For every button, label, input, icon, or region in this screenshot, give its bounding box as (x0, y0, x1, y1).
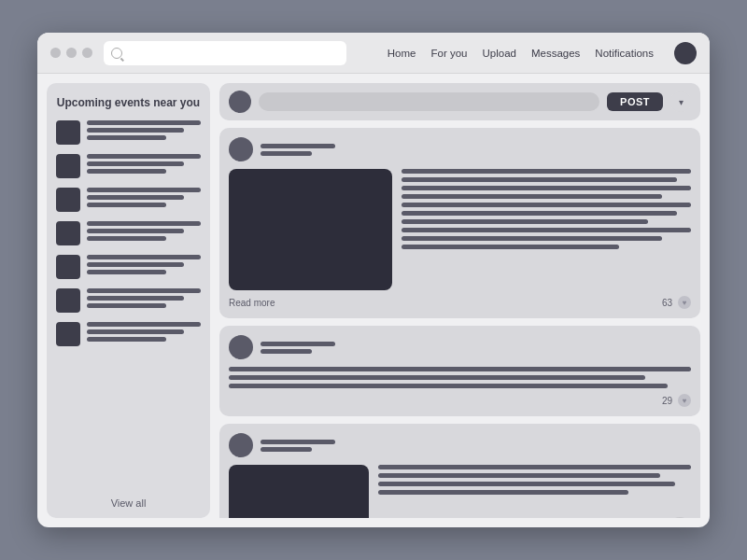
event-line (87, 322, 201, 327)
nav-links: Home For you Upload Messages Notificatio… (388, 42, 697, 64)
card-body (229, 465, 691, 518)
card-body (229, 169, 691, 290)
top-bar: Home For you Upload Messages Notificatio… (37, 33, 710, 74)
event-thumb (56, 120, 80, 145)
event-line (87, 154, 201, 159)
text-line (402, 211, 677, 216)
card-header-line (261, 349, 312, 354)
list-item[interactable] (56, 154, 201, 178)
list-item[interactable] (56, 120, 201, 145)
search-icon (111, 48, 122, 59)
event-line (87, 229, 184, 233)
post-input-bar: POST ▾ (219, 83, 700, 120)
card-header (229, 335, 691, 359)
list-item[interactable] (56, 288, 201, 313)
list-item[interactable] (56, 188, 201, 212)
feed-card-3 (219, 424, 700, 518)
list-item[interactable] (56, 221, 201, 245)
event-line (87, 296, 184, 301)
heart-icon[interactable]: ♥ (678, 394, 691, 407)
text-line (402, 194, 662, 199)
text-line (229, 367, 691, 371)
event-thumb (56, 288, 80, 313)
event-line (87, 236, 166, 241)
card-image (229, 169, 392, 290)
card-footer: 29 ♥ (229, 394, 691, 407)
card-header-lines (261, 144, 335, 156)
event-line (87, 270, 166, 274)
event-lines (87, 120, 201, 140)
text-line (402, 169, 691, 174)
card-header-line (261, 144, 335, 148)
feed-card-2: 29 ♥ (219, 326, 700, 416)
event-line (87, 120, 201, 125)
event-lines (87, 221, 201, 241)
card-footer: Read more 63 ♥ (229, 296, 691, 309)
nav-notifications[interactable]: Notifications (595, 48, 654, 59)
list-item[interactable] (56, 255, 201, 279)
event-thumb (56, 154, 80, 178)
nav-upload[interactable]: Upload (482, 48, 515, 59)
feed-card-1: Read more 63 ♥ (219, 128, 700, 318)
event-thumb (56, 221, 80, 245)
card-header-line (261, 151, 312, 156)
event-line (87, 221, 201, 226)
text-line (402, 245, 619, 249)
text-line (402, 219, 648, 224)
event-thumb (56, 188, 80, 212)
like-count: 63 (662, 298, 672, 308)
event-line (87, 329, 184, 334)
event-line (87, 337, 166, 342)
read-more-link[interactable]: Read more (229, 298, 275, 308)
text-line (402, 236, 662, 241)
window-controls (50, 48, 92, 58)
text-line (402, 228, 691, 232)
text-line (402, 177, 677, 182)
nav-messages[interactable]: Messages (531, 48, 580, 59)
event-line (87, 161, 184, 166)
event-line (87, 262, 184, 267)
post-input-field[interactable] (259, 92, 599, 111)
list-item[interactable] (56, 322, 201, 346)
event-line (87, 288, 201, 293)
card-avatar (229, 433, 253, 457)
event-lines (87, 288, 201, 308)
event-lines (87, 154, 201, 174)
card-text-block (378, 465, 691, 518)
event-lines (87, 255, 201, 274)
text-line (402, 186, 691, 190)
chevron-down-icon[interactable]: ▾ (670, 91, 691, 112)
sidebar-title: Upcoming events near you (56, 96, 201, 109)
text-line (402, 203, 691, 207)
nav-for-you[interactable]: For you (430, 48, 467, 59)
event-line (87, 169, 166, 174)
main-content: Upcoming events near you (37, 74, 710, 527)
user-avatar-sm (229, 91, 251, 113)
card-header-line (261, 447, 312, 452)
nav-home[interactable]: Home (388, 48, 416, 59)
text-line (229, 384, 668, 388)
text-line (378, 490, 628, 495)
text-line (378, 482, 675, 486)
browser-window: Home For you Upload Messages Notificatio… (37, 33, 710, 527)
feed: POST ▾ (219, 83, 700, 518)
card-header-line (261, 440, 335, 444)
post-button[interactable]: POST (607, 92, 663, 111)
card-avatar (229, 137, 253, 161)
dot-minimize[interactable] (66, 48, 77, 58)
event-line (87, 135, 166, 140)
card-header (229, 137, 691, 161)
dot-close[interactable] (50, 48, 61, 58)
like-count: 29 (662, 396, 672, 406)
dot-maximize[interactable] (82, 48, 92, 58)
event-line (87, 188, 201, 192)
user-avatar-nav[interactable] (674, 42, 697, 64)
card-header-lines (261, 342, 335, 354)
heart-icon[interactable]: ♥ (678, 296, 691, 309)
text-line (229, 375, 645, 380)
view-all-button[interactable]: View all (56, 492, 201, 509)
event-line (87, 255, 201, 259)
address-bar[interactable] (104, 41, 346, 65)
event-line (87, 203, 166, 207)
event-line (87, 303, 166, 308)
